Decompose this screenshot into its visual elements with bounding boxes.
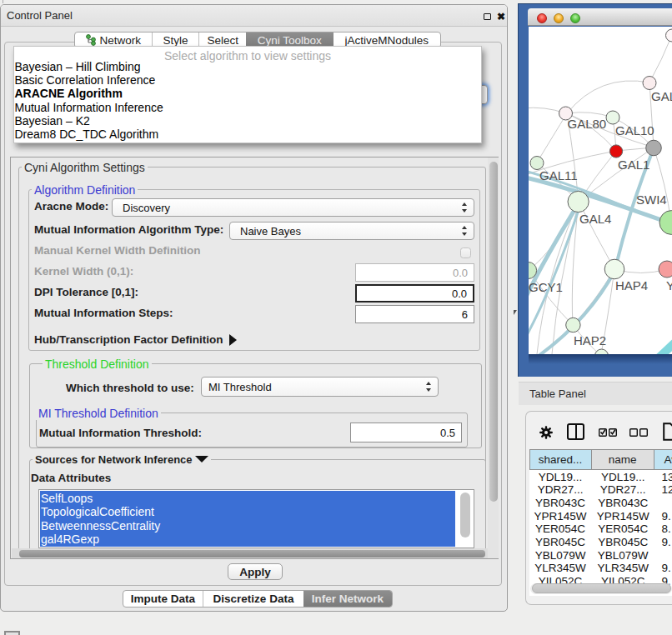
- svg-text:GCY1: GCY1: [529, 279, 563, 293]
- svg-text:GAL11: GAL11: [539, 168, 578, 182]
- svg-text:HAP2: HAP2: [574, 332, 606, 347]
- svg-text:HAP4: HAP4: [615, 278, 648, 292]
- svg-text:GAL80: GAL80: [568, 116, 607, 130]
- svg-text:Y: Y: [666, 278, 672, 292]
- svg-text:GAL10: GAL10: [615, 122, 654, 137]
- svg-text:GAL1: GAL1: [618, 157, 649, 171]
- svg-text:SWI4: SWI4: [636, 192, 667, 206]
- svg-text:GAL4: GAL4: [579, 211, 611, 225]
- svg-text:GAL8: GAL8: [651, 88, 672, 102]
